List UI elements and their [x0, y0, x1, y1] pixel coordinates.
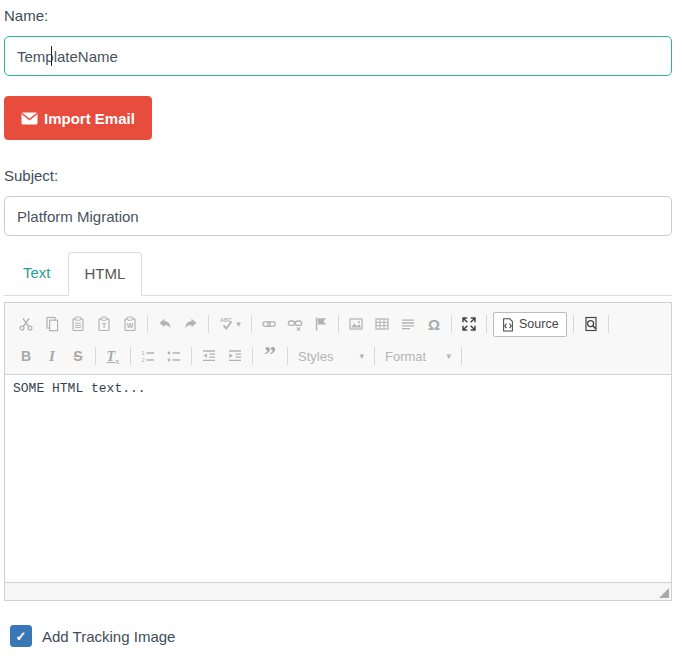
toolbar-separator — [451, 315, 452, 333]
redo-icon — [183, 316, 199, 332]
table-button[interactable] — [369, 312, 395, 336]
numbered-list-button[interactable]: 1 2 — [135, 344, 161, 368]
link-button[interactable] — [256, 312, 282, 336]
preview-icon — [583, 316, 599, 332]
styles-dropdown[interactable]: Styles ▾ — [292, 344, 370, 368]
toolbar-separator — [130, 347, 131, 365]
special-character-button[interactable]: Ω — [421, 312, 447, 336]
source-code-textarea[interactable]: SOME HTML text... — [5, 375, 671, 582]
undo-icon — [157, 316, 173, 332]
table-icon — [374, 316, 390, 332]
copy-button[interactable] — [39, 312, 65, 336]
html-source-editor: T W — [4, 302, 672, 601]
checkmark-icon: ✓ — [16, 629, 27, 644]
envelope-icon — [21, 112, 38, 125]
remove-format-icon: Tx — [106, 347, 119, 366]
paste-from-word-button[interactable]: W — [117, 312, 143, 336]
chevron-down-icon: ▾ — [446, 351, 451, 361]
unlink-icon — [287, 316, 303, 332]
indent-icon — [227, 348, 243, 364]
format-dropdown-label: Format — [385, 349, 426, 364]
blockquote-icon: ” — [264, 349, 276, 363]
horizontal-rule-icon — [400, 316, 416, 332]
svg-text:W: W — [127, 322, 134, 329]
tab-html[interactable]: HTML — [68, 252, 143, 296]
resize-handle-icon[interactable] — [659, 588, 669, 598]
maximize-icon — [461, 316, 477, 332]
source-button[interactable]: Source — [493, 312, 567, 337]
tracking-checkbox[interactable]: ✓ — [10, 625, 32, 647]
editor-toolbar: T W — [5, 303, 671, 375]
toolbar-row-2: B I S Tx 1 2 — [13, 340, 665, 372]
paste-plain-text-button[interactable]: T — [91, 312, 117, 336]
styles-dropdown-label: Styles — [298, 349, 333, 364]
italic-button[interactable]: I — [39, 344, 65, 368]
omega-icon: Ω — [428, 316, 440, 333]
indent-button[interactable] — [222, 344, 248, 368]
text-cursor — [51, 46, 52, 66]
tracking-option: ✓ Add Tracking Image — [4, 625, 674, 647]
name-input-wrap — [4, 36, 672, 76]
bulleted-list-icon — [166, 348, 182, 364]
toolbar-separator — [287, 347, 288, 365]
subject-input[interactable] — [4, 196, 672, 236]
outdent-button[interactable] — [196, 344, 222, 368]
toolbar-separator — [252, 347, 253, 365]
chevron-down-icon: ▾ — [236, 319, 241, 329]
editor-status-bar — [5, 582, 671, 600]
toolbar-row-1: T W — [13, 308, 665, 340]
bold-icon: B — [21, 348, 31, 364]
toolbar-separator — [191, 347, 192, 365]
spell-check-button[interactable]: ABC ▾ — [213, 312, 247, 336]
anchor-button[interactable] — [308, 312, 334, 336]
toolbar-separator — [573, 315, 574, 333]
italic-icon: I — [49, 348, 55, 365]
link-icon — [261, 316, 277, 332]
numbered-list-icon: 1 2 — [140, 348, 156, 364]
bold-button[interactable]: B — [13, 344, 39, 368]
svg-text:T: T — [102, 321, 107, 330]
image-icon — [348, 316, 364, 332]
strikethrough-icon: S — [73, 348, 82, 364]
toolbar-separator — [147, 315, 148, 333]
toolbar-separator — [608, 315, 609, 333]
tab-text[interactable]: Text — [6, 251, 68, 295]
strikethrough-button[interactable]: S — [65, 344, 91, 368]
format-dropdown[interactable]: Format ▾ — [379, 344, 457, 368]
paste-icon — [70, 316, 86, 332]
editor-tabs: Text HTML — [4, 251, 672, 296]
toolbar-separator — [338, 315, 339, 333]
toolbar-separator — [208, 315, 209, 333]
blockquote-button[interactable]: ” — [257, 344, 283, 368]
source-button-label: Source — [519, 317, 559, 331]
subject-label: Subject: — [4, 167, 674, 184]
name-input[interactable] — [4, 36, 672, 76]
import-email-label: Import Email — [44, 110, 135, 127]
tracking-label: Add Tracking Image — [42, 628, 175, 645]
svg-text:1: 1 — [142, 350, 146, 356]
unlink-button[interactable] — [282, 312, 308, 336]
cut-button[interactable] — [13, 312, 39, 336]
preview-button[interactable] — [578, 312, 604, 336]
bulleted-list-button[interactable] — [161, 344, 187, 368]
paste-from-word-icon: W — [122, 316, 138, 332]
horizontal-rule-button[interactable] — [395, 312, 421, 336]
chevron-down-icon: ▾ — [359, 351, 364, 361]
svg-text:2: 2 — [142, 357, 146, 363]
toolbar-separator — [374, 347, 375, 365]
paste-button[interactable] — [65, 312, 91, 336]
import-email-button[interactable]: Import Email — [4, 96, 152, 140]
undo-button[interactable] — [152, 312, 178, 336]
remove-format-button[interactable]: Tx — [100, 344, 126, 368]
flag-icon — [313, 316, 329, 332]
toolbar-separator — [251, 315, 252, 333]
image-button[interactable] — [343, 312, 369, 336]
maximize-button[interactable] — [456, 312, 482, 336]
source-code-icon — [501, 317, 515, 332]
outdent-icon — [201, 348, 217, 364]
copy-icon — [44, 316, 60, 332]
name-label: Name: — [4, 7, 674, 24]
email-template-form: Name: Import Email Subject: Text HTML — [0, 0, 682, 647]
toolbar-separator — [461, 347, 462, 365]
redo-button[interactable] — [178, 312, 204, 336]
